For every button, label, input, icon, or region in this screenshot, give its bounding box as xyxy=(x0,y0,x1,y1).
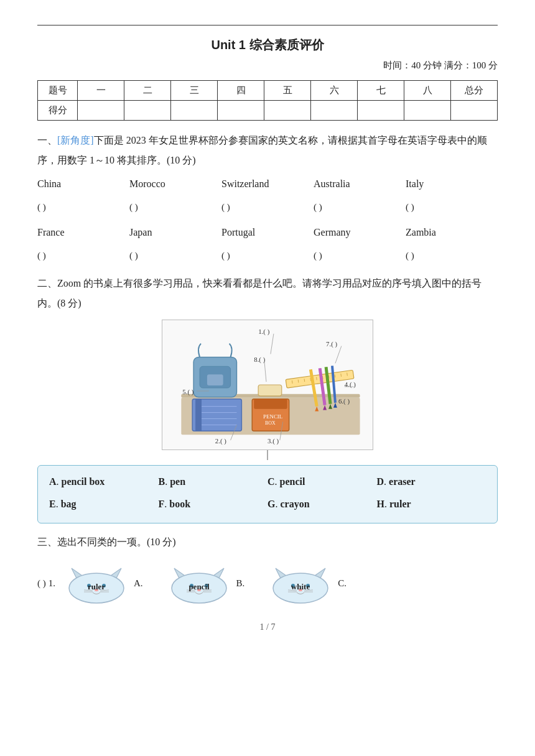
options-box: A. pencil box B. pen C. pencil D. eraser… xyxy=(37,465,498,523)
brackets-row1: ( ) ( ) ( ) ( ) ( ) xyxy=(37,198,498,216)
cat-item-a: ruler xyxy=(65,563,128,604)
svg-text:5.(   ): 5.( ) xyxy=(182,388,193,396)
brackets-row2: ( ) ( ) ( ) ( ) ( ) xyxy=(37,246,498,265)
bracket-10[interactable]: ( ) xyxy=(406,246,498,265)
score-val-6[interactable] xyxy=(311,101,358,121)
cat-bubble-c: white xyxy=(269,563,332,604)
svg-rect-26 xyxy=(195,399,202,431)
option-d: D. eraser xyxy=(377,472,486,492)
svg-text:4.(   ): 4.( ) xyxy=(345,380,356,389)
q1-label-b: B. xyxy=(236,578,245,589)
q1-num: 1. xyxy=(49,578,55,589)
score-header-cell: 七 xyxy=(358,81,404,101)
countries-row1: China Morocco Switzerland Australia Ital… xyxy=(37,173,498,195)
cat-bubble-a: ruler xyxy=(65,563,128,604)
score-val-7[interactable] xyxy=(358,101,404,121)
section3-text: 选出不同类的一项。(10 分) xyxy=(57,537,176,547)
bracket-2[interactable]: ( ) xyxy=(129,198,221,216)
svg-rect-5 xyxy=(258,385,282,396)
score-header-cell: 题号 xyxy=(38,81,78,101)
score-val-1[interactable] xyxy=(78,101,124,121)
score-label: 得分 xyxy=(38,101,78,121)
option-a: A. pencil box xyxy=(49,472,159,492)
q1-bracket[interactable]: ( ) xyxy=(37,578,46,589)
cat-bubble-b: pencil xyxy=(168,563,230,604)
country-2: Morocco xyxy=(129,173,221,195)
desk-illustration: PENCIL BOX 1.( ) 8.( ) 7.( ) 4.( ) 5.( )… xyxy=(162,320,373,450)
top-divider xyxy=(37,25,498,25)
section2-text-content: Zoom 的书桌上有很多学习用品，快来看看都是什么吧。请将学习用品对应的序号填入… xyxy=(37,278,482,308)
section3: 三、选出不同类的一项。(10 分) ( ) 1. xyxy=(37,532,498,604)
bracket-4[interactable]: ( ) xyxy=(314,198,406,216)
svg-line-43 xyxy=(271,334,274,354)
cat-item-c: white xyxy=(269,563,332,604)
connector-line xyxy=(267,450,268,460)
score-val-5[interactable] xyxy=(264,101,311,121)
country-7: Japan xyxy=(129,221,221,244)
country-5: Italy xyxy=(406,173,498,195)
svg-line-44 xyxy=(335,346,342,364)
section1-text: 下面是 2023 年女足世界杯部分参赛国家的英文名称，请根据其首字母在英语字母表… xyxy=(37,135,487,165)
q1-label-c: C. xyxy=(338,578,347,589)
svg-text:PENCIL: PENCIL xyxy=(263,413,282,420)
score-val-2[interactable] xyxy=(124,101,171,121)
score-header-row: 题号一二三四五六七八总分 xyxy=(38,81,498,101)
bracket-9[interactable]: ( ) xyxy=(314,246,406,265)
option-c: C. pencil xyxy=(268,472,377,492)
time-info: 时间：40 分钟 满分：100 分 xyxy=(37,60,498,71)
desk-image-wrapper: PENCIL BOX 1.( ) 8.( ) 7.( ) 4.( ) 5.( )… xyxy=(37,320,498,460)
option-g: G. crayon xyxy=(268,494,377,514)
score-header-cell: 总分 xyxy=(451,81,498,101)
svg-text:ruler: ruler xyxy=(88,582,105,591)
country-4: Australia xyxy=(314,173,406,195)
section3-number: 三、 xyxy=(37,537,57,547)
bracket-6[interactable]: ( ) xyxy=(37,246,129,265)
country-8: Portugal xyxy=(221,221,314,244)
score-header-cell: 六 xyxy=(311,81,358,101)
q1-label-a: A. xyxy=(134,578,143,589)
score-table: 题号一二三四五六七八总分 得分 xyxy=(37,80,498,121)
svg-text:1.(      ): 1.( ) xyxy=(258,328,269,336)
svg-text:7.(   ): 7.( ) xyxy=(326,340,337,348)
score-val-4[interactable] xyxy=(218,101,264,121)
score-header-cell: 四 xyxy=(218,81,264,101)
page-title: Unit 1 综合素质评价 xyxy=(37,37,498,53)
question1-row: ( ) 1. ruler xyxy=(37,563,498,604)
options-row1: A. pencil box B. pen C. pencil D. eraser xyxy=(49,472,486,492)
countries-row2: France Japan Portugal Germany Zambia xyxy=(37,221,498,244)
score-header-cell: 八 xyxy=(404,81,451,101)
options-row2: E. bag F. book G. crayon H. ruler xyxy=(49,494,486,514)
score-val-total[interactable] xyxy=(451,101,498,121)
svg-text:white: white xyxy=(291,582,310,591)
option-b: B. pen xyxy=(159,472,268,492)
svg-text:6.(   ): 6.( ) xyxy=(338,397,350,405)
section2-title: 二、Zoom 的书桌上有很多学习用品，快来看看都是什么吧。请将学习用品对应的序号… xyxy=(37,274,498,313)
svg-rect-4 xyxy=(207,374,223,385)
section2-number: 二、 xyxy=(37,278,57,288)
score-val-8[interactable] xyxy=(404,101,451,121)
bracket-1[interactable]: ( ) xyxy=(37,198,129,216)
country-10: Zambia xyxy=(406,221,498,244)
bracket-8[interactable]: ( ) xyxy=(221,246,314,265)
bracket-5[interactable]: ( ) xyxy=(406,198,498,216)
svg-text:8.(   ): 8.( ) xyxy=(254,356,265,364)
score-header-cell: 二 xyxy=(124,81,171,101)
svg-line-48 xyxy=(264,362,266,382)
score-header-cell: 三 xyxy=(171,81,218,101)
cat-item-b: pencil xyxy=(168,563,230,604)
country-6: France xyxy=(37,221,129,244)
score-value-row: 得分 xyxy=(38,101,498,121)
score-header-cell: 一 xyxy=(78,81,124,101)
bracket-3[interactable]: ( ) xyxy=(221,198,314,216)
option-h: H. ruler xyxy=(377,494,486,514)
country-9: Germany xyxy=(314,221,406,244)
score-val-3[interactable] xyxy=(171,101,218,121)
option-f: F. book xyxy=(159,494,268,514)
svg-rect-32 xyxy=(254,399,287,409)
country-3: Switzerland xyxy=(221,173,314,195)
country-1: China xyxy=(37,173,129,195)
section3-title: 三、选出不同类的一项。(10 分) xyxy=(37,532,498,552)
option-e: E. bag xyxy=(49,494,159,514)
new-angle-badge: [新角度] xyxy=(57,135,94,145)
bracket-7[interactable]: ( ) xyxy=(129,246,221,265)
